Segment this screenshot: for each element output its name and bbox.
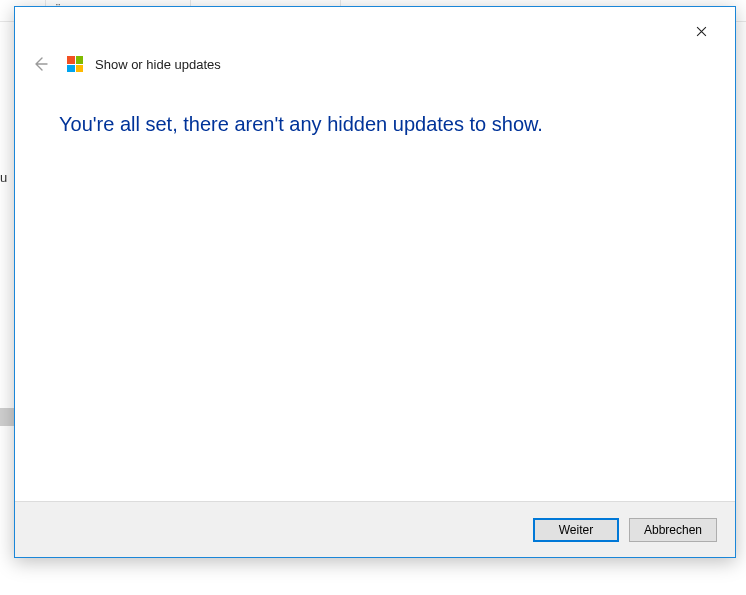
show-hide-updates-dialog: Show or hide updates You're all set, the…	[14, 6, 736, 558]
back-arrow-icon	[32, 56, 48, 72]
background-scrollbar-fragment	[0, 408, 14, 426]
dialog-content: You're all set, there aren't any hidden …	[15, 75, 735, 501]
dialog-title: Show or hide updates	[95, 57, 221, 72]
close-icon	[696, 26, 707, 37]
next-button[interactable]: Weiter	[533, 518, 619, 542]
microsoft-logo-icon	[67, 56, 83, 72]
dialog-titlebar-area	[15, 7, 735, 47]
close-button[interactable]	[681, 17, 721, 45]
dialog-button-bar: Weiter Abbrechen	[15, 501, 735, 557]
dialog-header: Show or hide updates	[15, 47, 735, 75]
background-text-fragment: u	[0, 170, 7, 185]
status-headline: You're all set, there aren't any hidden …	[59, 111, 691, 137]
back-button[interactable]	[29, 53, 51, 75]
cancel-button[interactable]: Abbrechen	[629, 518, 717, 542]
